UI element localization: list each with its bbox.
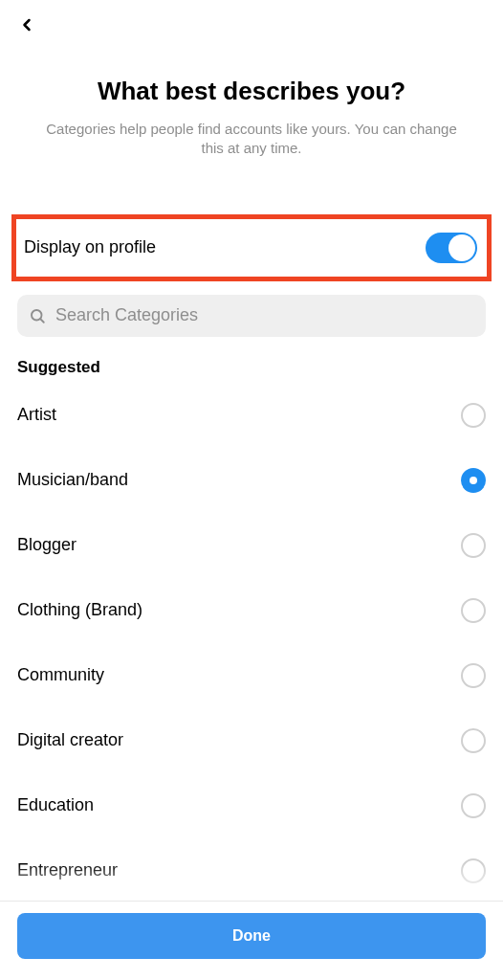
category-item[interactable]: Education [17,773,486,838]
category-item[interactable]: Blogger [17,513,486,578]
category-item[interactable]: Musician/band [17,448,486,513]
category-radio[interactable] [461,468,486,493]
search-field[interactable] [17,295,486,337]
search-input[interactable] [55,305,474,325]
suggested-heading: Suggested [17,358,486,377]
category-label: Musician/band [17,470,128,490]
toggle-knob [448,234,475,261]
search-icon [29,307,46,324]
category-radio[interactable] [461,858,486,883]
top-bar [0,0,503,50]
footer: Done [0,901,503,980]
category-radio[interactable] [461,533,486,558]
category-label: Clothing (Brand) [17,600,142,620]
category-label: Education [17,795,94,815]
category-radio[interactable] [461,728,486,753]
page-subtitle: Categories help people find accounts lik… [19,120,484,159]
display-on-profile-row: Display on profile [11,214,492,281]
header: What best describes you? Categories help… [0,50,503,168]
category-label: Community [17,665,104,685]
category-radio[interactable] [461,403,486,428]
category-radio[interactable] [461,663,486,688]
category-item[interactable]: Community [17,643,486,708]
category-label: Blogger [17,535,77,555]
category-list: ArtistMusician/bandBloggerClothing (Bran… [0,383,503,903]
chevron-left-icon [17,15,36,34]
display-on-profile-toggle[interactable] [426,233,477,263]
category-label: Digital creator [17,730,123,750]
page-title: What best describes you? [19,77,484,106]
category-radio[interactable] [461,598,486,623]
svg-line-1 [40,319,44,323]
category-label: Artist [17,405,56,425]
category-item[interactable]: Artist [17,383,486,448]
category-radio[interactable] [461,793,486,818]
back-button[interactable] [8,6,46,44]
category-item[interactable]: Digital creator [17,708,486,773]
done-button[interactable]: Done [17,913,486,959]
display-on-profile-label: Display on profile [24,237,156,257]
category-item[interactable]: Entrepreneur [17,838,486,903]
category-item[interactable]: Clothing (Brand) [17,578,486,643]
category-label: Entrepreneur [17,860,118,880]
